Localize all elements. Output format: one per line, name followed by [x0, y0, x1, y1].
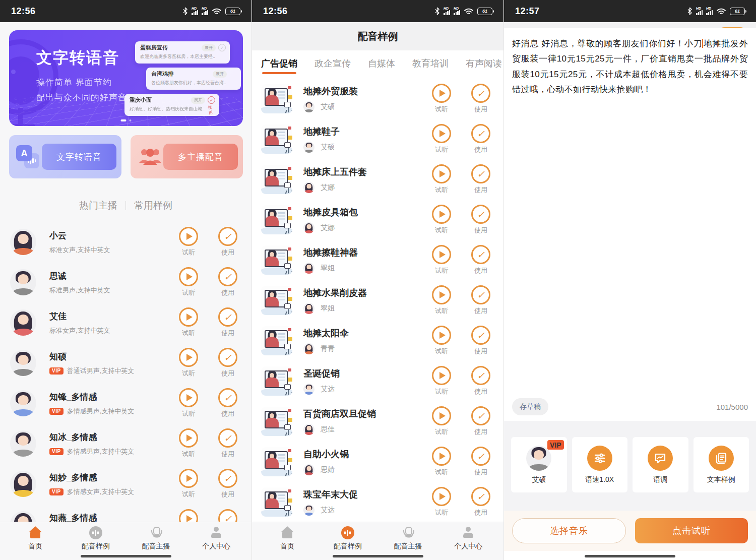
play-button[interactable]: 试听 [428, 406, 455, 437]
use-button[interactable]: ✓使用 [467, 447, 494, 477]
play-icon [186, 394, 193, 401]
nav-icon [29, 526, 42, 539]
sample-row[interactable]: 地摊擦鞋神器 翠姐 试听 ✓使用 [252, 240, 503, 280]
play-button[interactable]: 试听 [175, 348, 202, 378]
speed-card[interactable]: 语速1.0X [572, 437, 628, 492]
signal2-icon: HD [202, 7, 208, 15]
anchor-row[interactable]: 思诚 标准男声,支持中英文 试听 ✓使用 [0, 262, 251, 302]
sample-row[interactable]: 地摊太阳伞 青青 试听 ✓使用 [252, 321, 503, 361]
sample-row[interactable]: 珠宝年末大促 艾达 试听 ✓使用 [252, 482, 503, 522]
sample-title: 地摊床上五件套 [303, 166, 428, 178]
use-button[interactable]: ✓使用 [214, 348, 241, 378]
play-button[interactable]: 试听 [428, 285, 455, 316]
play-button[interactable]: 试听 [175, 227, 202, 257]
use-button[interactable]: ✓使用 [214, 227, 241, 257]
sample-row[interactable]: 自助小火锅 思婧 试听 ✓使用 [252, 442, 503, 482]
category-tab[interactable]: 广告促销 [261, 57, 297, 70]
use-button[interactable]: ✓使用 [467, 406, 494, 437]
play-button[interactable]: 试听 [428, 124, 455, 154]
anchor-row[interactable]: 知妙_多情感 VIP 多情感女声,支持中英文 试听 ✓使用 [0, 464, 251, 504]
sample-row[interactable]: 地摊水果削皮器 翠姐 试听 ✓使用 [252, 280, 503, 321]
banner-sample-card[interactable]: 蛋糕房宣传 展开 ✓ 欢迎光临麦多客蛋糕房，本店主要经.. [135, 41, 230, 64]
sample-row[interactable]: 地摊外贸服装 艾硕 试听 ✓使用 [252, 79, 503, 119]
play-button[interactable]: 试听 [428, 447, 455, 477]
category-tab[interactable]: 自媒体 [368, 57, 395, 70]
expand-button[interactable]: 展开 [202, 44, 216, 51]
multi-voice-card[interactable]: 多主播配音 [131, 135, 243, 178]
category-tab[interactable]: 有声阅读 [466, 57, 502, 70]
expand-button[interactable]: 展开 [213, 71, 227, 78]
sample-row[interactable]: 地摊皮具箱包 艾娜 试听 ✓使用 [252, 200, 503, 240]
tts-button[interactable]: 文字转语音 [42, 144, 116, 170]
sample-row[interactable]: 百货商店双旦促销 思佳 试听 ✓使用 [252, 401, 503, 442]
play-button[interactable]: 试听 [175, 307, 202, 338]
anchor-row[interactable]: 知锋_多情感 VIP 多情感男声,支持中英文 试听 ✓使用 [0, 383, 251, 423]
tab-common-samples[interactable]: 常用样例 [134, 199, 172, 212]
use-button[interactable]: ✓使用 [467, 205, 494, 235]
anchor-description: 多情感男声,支持中英文 [67, 407, 135, 416]
nav-item[interactable]: 首页 [5, 526, 66, 560]
play-button[interactable]: 试听 [175, 267, 202, 297]
home-indicator[interactable] [81, 555, 171, 557]
play-button[interactable]: 试听 [175, 428, 202, 459]
tab-hot-anchors[interactable]: 热门主播 [79, 199, 117, 212]
use-button[interactable]: ✓使用 [214, 469, 241, 499]
play-icon [439, 90, 446, 97]
anchor-row[interactable]: 艾佳 标准女声,支持中英文 试听 ✓使用 [0, 302, 251, 343]
sample-row[interactable]: 圣诞促销 艾达 试听 ✓使用 [252, 361, 503, 401]
use-button[interactable]: ✓使用 [467, 84, 494, 114]
choose-music-button[interactable]: 选择音乐 [512, 518, 626, 543]
text-input-area[interactable]: 好消息 好消息，尊敬的顾客朋友们你们好！小刀地摊批发外贸服装一律10元15元25… [504, 28, 756, 393]
use-button[interactable]: ✓使用 [467, 366, 494, 396]
vip-badge: VIP [49, 408, 64, 415]
play-button[interactable]: 试听 [428, 245, 455, 275]
quick-actions: A 文字转语音 多主播配音 [9, 135, 243, 178]
use-button[interactable]: ✓使用 [467, 326, 494, 356]
expand-button[interactable]: 展开 [191, 97, 205, 104]
voice-select-card[interactable]: VIP 艾硕 [511, 437, 567, 492]
use-button[interactable]: ✓使用 [467, 245, 494, 275]
nav-item[interactable]: 个人中心 [186, 526, 246, 560]
play-button[interactable]: 试听 [428, 205, 455, 235]
banner-sample-card[interactable]: 台湾鸡排 展开 ✓ 各位顾客朋友你们好，本店经营台湾.. [146, 68, 241, 90]
play-button[interactable]: 试听 [428, 164, 455, 195]
check-icon: ✓ [477, 210, 485, 219]
category-tab[interactable]: 政企宣传 [314, 57, 351, 70]
play-button[interactable]: 试听 [428, 326, 455, 356]
text-sample-card[interactable]: 文本样例 [694, 437, 749, 492]
play-button[interactable]: 试听 [428, 366, 455, 396]
save-draft-button[interactable]: 存草稿 [512, 398, 548, 415]
hero-banner[interactable]: 文字转语音 操作简单 界面节约 配出与众不同的好声音 蛋糕房宣传 展开 ✓ 欢迎… [9, 30, 243, 126]
tone-card[interactable]: 语调 [633, 437, 688, 492]
use-button[interactable]: ✓使用 [214, 307, 241, 338]
tts-card[interactable]: A 文字转语音 [9, 135, 121, 178]
home-indicator[interactable] [585, 555, 675, 557]
play-button[interactable]: 试听 [175, 469, 202, 499]
anchor-description: 多情感女声,支持中英文 [67, 487, 135, 496]
category-tab[interactable]: 教育培训 [412, 57, 449, 70]
play-button[interactable]: 试听 [175, 388, 202, 418]
play-button[interactable]: 试听 [428, 84, 455, 114]
use-button[interactable]: ✓使用 [214, 388, 241, 418]
anchor-row[interactable]: 知冰_多情感 VIP 多情感男声,支持中英文 试听 ✓使用 [0, 423, 251, 464]
use-button[interactable]: ✓使用 [214, 428, 241, 459]
sample-row[interactable]: 地摊床上五件套 艾娜 试听 ✓使用 [252, 159, 503, 200]
sample-row[interactable]: 地摊鞋子 艾硕 试听 ✓使用 [252, 119, 503, 159]
use-button[interactable]: ✓使用 [467, 164, 494, 195]
preview-listen-button[interactable]: 点击试听 [635, 518, 748, 543]
anchor-row[interactable]: 知硕 VIP 普通话男声,支持中英文 试听 ✓使用 [0, 343, 251, 383]
use-button[interactable]: ✓使用 [214, 267, 241, 297]
home-indicator[interactable] [333, 555, 423, 557]
voice-name: 翠姐 [321, 304, 335, 313]
play-button[interactable]: 试听 [428, 487, 455, 517]
anchor-row[interactable]: 小云 标准女声,支持中英文 试听 ✓使用 [0, 222, 251, 262]
banner-sample-card[interactable]: 重庆小面 展开 ✓ 好消息、好消息、热烈庆祝来自山城.. [124, 94, 219, 116]
use-button[interactable]: ✓使用 [467, 487, 494, 517]
multi-voice-button[interactable]: 多主播配音 [163, 144, 238, 170]
anchor-name: 知锋_多情感 [49, 391, 175, 403]
use-button[interactable]: ✓使用 [467, 124, 494, 154]
anchor-row[interactable]: 知燕_多情感 VIP 多情感女声,支持中英文 试听 ✓使用 [0, 504, 251, 524]
use-button[interactable]: ✓使用 [467, 285, 494, 316]
nav-item[interactable]: 个人中心 [438, 526, 498, 560]
nav-item[interactable]: 首页 [257, 526, 318, 560]
